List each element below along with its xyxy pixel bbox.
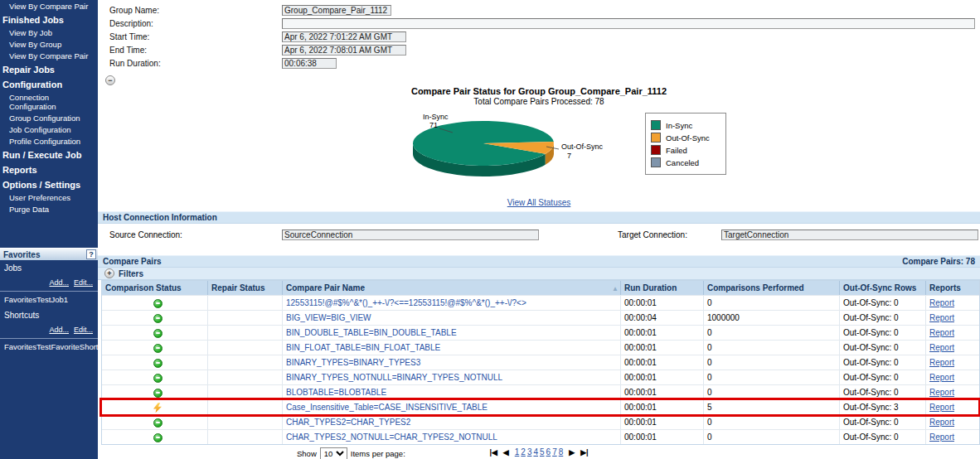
sidebar-section-header[interactable]: Reports [0,162,98,176]
favorites-edit-link[interactable]: Edit... [74,326,93,334]
sidebar-item[interactable]: Group Configuration [0,112,98,123]
table-row[interactable]: CHAR_TYPES2_NOTNULL=CHAR_TYPES2_NOTNULL0… [102,429,979,444]
report-link[interactable]: Report [929,328,954,337]
sidebar-item[interactable]: View By Job [0,27,98,38]
end-time-input[interactable] [282,45,406,56]
favorite-item-link[interactable]: FavoritesTestFavoriteShortcut [0,341,98,355]
table-row[interactable]: 12553115!@#$%^&*()_++-\/?<==12553115!@#$… [102,295,979,310]
page-number-link[interactable]: 5 [540,447,545,457]
comparisons-performed-cell: 0 [704,430,840,444]
expand-filters-button[interactable]: + [104,268,114,278]
last-page-button[interactable]: ▶| [580,448,588,457]
sidebar-item[interactable]: Purge Data [0,203,98,215]
group-name-input[interactable] [282,5,391,16]
form-row: End Time: [109,45,980,56]
report-link[interactable]: Report [929,418,954,427]
column-header[interactable]: Run Duration [621,281,704,295]
table-row[interactable]: BINARY_TYPES=BINARY_TYPES300:00:010Out-O… [102,355,979,370]
help-button[interactable]: ? [86,249,96,259]
start-time-input[interactable] [282,31,406,42]
sidebar-section-header[interactable]: Configuration [0,76,98,91]
sidebar-item[interactable]: User Preferences [0,191,98,203]
reports-cell: Report [926,341,979,355]
table-row[interactable]: BIN_DOUBLE_TABLE=BIN_DOUBLE_TABLE00:00:0… [102,325,979,340]
table-row[interactable]: BINARY_TYPES_NOTNULL=BINARY_TYPES_NOTNUL… [102,370,979,384]
report-link[interactable]: Report [929,403,954,412]
report-link[interactable]: Report [929,388,954,397]
column-header[interactable]: Out-Of-Sync Rows [840,281,926,295]
compare-pair-link[interactable]: BLOBTABLE=BLOBTABLE [286,388,386,397]
page-number-link[interactable]: 7 [552,447,557,457]
compare-pair-link[interactable]: BIN_DOUBLE_TABLE=BIN_DOUBLE_TABLE [286,328,457,337]
table-row[interactable]: BIN_FLOAT_TABLE=BIN_FLOAT_TABLE00:00:010… [102,340,979,355]
table-row[interactable]: Case_Insensitive_Table=CASE_INSENSITIVE_… [102,399,979,414]
sidebar-section-header[interactable]: Run / Execute Job [0,147,98,162]
report-link[interactable]: Report [929,373,954,382]
report-link[interactable]: Report [929,358,954,367]
favorite-item-link[interactable]: FavoritesTestJob1 [0,293,98,307]
favorites-actions: Add...Edit... [0,273,98,290]
page-size-select[interactable]: 10 [320,447,347,459]
column-header[interactable]: Comparison Status [102,281,208,295]
sidebar-item[interactable]: Connection Configuration [0,91,98,112]
compare-pair-link[interactable]: Case_Insensitive_Table=CASE_INSENSITIVE_… [286,403,488,412]
page-number-link[interactable]: 4 [533,447,538,457]
sidebar-item[interactable]: View By Compare Pair [0,50,98,61]
sidebar-section-header[interactable]: Options / Settings [0,176,98,191]
compare-pair-name-cell: CHAR_TYPES2_NOTNULL=CHAR_TYPES2_NOTNULL [283,430,621,444]
sidebar-item[interactable]: View By Group [0,38,98,50]
compare-pair-link[interactable]: CHAR_TYPES2=CHAR_TYPES2 [286,418,410,427]
report-link[interactable]: Report [929,343,954,352]
sidebar-item[interactable]: View By Compare Pair [0,0,98,12]
legend-item: Out-Of-Sync [651,133,720,143]
compare-pair-link[interactable]: BIN_FLOAT_TABLE=BIN_FLOAT_TABLE [286,343,440,352]
collapse-section-button[interactable]: − [105,75,115,85]
run-duration-cell: 00:00:01 [621,355,704,370]
table-row[interactable]: CHAR_TYPES2=CHAR_TYPES200:00:010Out-Of-S… [102,414,979,429]
column-header[interactable]: Reports [926,281,979,295]
page-number-link[interactable]: 6 [546,447,551,457]
run-duration-label: Run Duration: [109,59,282,68]
compare-pair-link[interactable]: BINARY_TYPES=BINARY_TYPES3 [286,358,420,367]
in-sync-icon [153,389,163,398]
compare-pair-link[interactable]: CHAR_TYPES2_NOTNULL=CHAR_TYPES2_NOTNULL [286,432,497,442]
column-header[interactable]: Compare Pair Name▲ [283,281,621,295]
run-duration-input[interactable] [282,58,337,69]
table-row[interactable]: BLOBTABLE=BLOBTABLE00:00:010Out-Of-Sync:… [102,384,979,399]
sort-ascending-icon[interactable]: ▲ [612,283,619,294]
report-link[interactable]: Report [929,432,954,442]
report-link[interactable]: Report [929,313,954,322]
view-all-statuses-link[interactable]: View All Statuses [507,198,571,207]
compare-pair-link[interactable]: 12553115!@#$%^&*()_++-\/?<==12553115!@#$… [286,298,526,307]
page-number-link[interactable]: 3 [527,447,532,457]
favorites-group-label[interactable]: Shortcuts [0,307,98,321]
sidebar-section-header[interactable]: Finished Jobs [0,12,98,27]
page-number-link[interactable]: 8 [559,447,564,457]
sidebar-item[interactable]: Profile Configuration [0,135,98,147]
prev-page-button[interactable]: ◀ [503,448,509,457]
favorites-add-link[interactable]: Add... [49,326,69,334]
table-row[interactable]: BIG_VIEW=BIG_VIEW00:00:041000000Out-Of-S… [102,310,979,325]
compare-pair-name-cell: BLOBTABLE=BLOBTABLE [283,385,621,399]
report-link[interactable]: Report [929,298,954,307]
description-input[interactable] [282,18,975,29]
first-page-button[interactable]: |◀ [489,448,497,457]
column-header[interactable]: Repair Status [208,281,283,295]
compare-pair-link[interactable]: BIG_VIEW=BIG_VIEW [286,313,371,322]
source-connection-input[interactable] [282,230,539,240]
sidebar-item[interactable]: Job Configuration [0,123,98,135]
page-number-link[interactable]: 2 [521,447,526,457]
compare-pair-link[interactable]: BINARY_TYPES_NOTNULL=BINARY_TYPES_NOTNUL… [286,373,502,382]
favorites-edit-link[interactable]: Edit... [74,278,93,287]
next-page-button[interactable]: ▶ [569,448,575,457]
page-number-link[interactable]: 1 [515,447,520,457]
repair-status-cell [208,311,283,325]
sidebar-section-header[interactable]: Repair Jobs [0,61,98,76]
favorites-add-link[interactable]: Add... [49,278,69,287]
legend-label: Out-Of-Sync [666,133,710,143]
favorites-group-label[interactable]: Jobs [0,260,98,273]
target-connection-input[interactable] [721,230,978,240]
out-of-sync-cell: Out-Of-Sync: 0 [840,326,926,340]
column-header[interactable]: Comparisons Performed [704,281,840,295]
out-of-sync-cell: Out-Of-Sync: 0 [840,355,926,370]
